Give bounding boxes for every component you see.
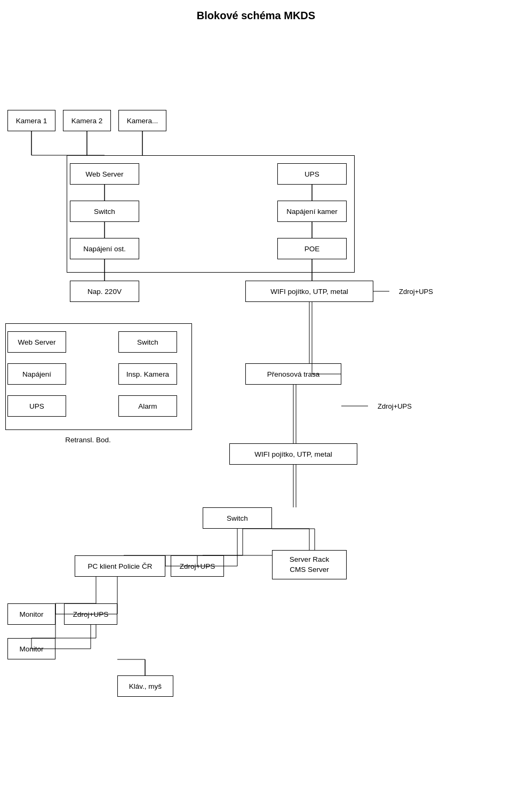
wifiutp2-box: WIFI pojítko, UTP, metal xyxy=(229,443,357,465)
wifiutp1-box: WIFI pojítko, UTP, metal xyxy=(245,281,373,302)
alarm-box: Alarm xyxy=(118,395,177,417)
retranslbod-label: Retransl. Bod. xyxy=(53,432,123,448)
switch3-box: Switch xyxy=(203,507,272,529)
monitor2-box: Monitor xyxy=(7,638,55,659)
ups2-box: UPS xyxy=(7,395,66,417)
webserver1-box: Web Server xyxy=(70,163,139,185)
kamera3-box: Kamera... xyxy=(118,110,166,131)
nap220-box: Nap. 220V xyxy=(70,281,139,302)
napajeni-box: Napájení xyxy=(7,363,66,385)
serverrack-box: Server Rack CMS Server xyxy=(272,550,347,579)
zdrojups2-label: Zdroj+UPS xyxy=(368,397,421,415)
klavmys-box: Kláv., myš xyxy=(117,675,173,697)
pcklient-box: PC klient Policie ČR xyxy=(75,555,165,577)
zdrojups1-label: Zdroj+UPS xyxy=(389,282,443,300)
monitor1-box: Monitor xyxy=(7,603,55,625)
napost-box: Napájení ost. xyxy=(70,238,139,259)
switch1-box: Switch xyxy=(70,201,139,222)
kamera2-box: Kamera 2 xyxy=(63,110,111,131)
kamera1-box: Kamera 1 xyxy=(7,110,55,131)
zdrojups4-box: Zdroj+UPS xyxy=(64,603,117,625)
prenosovatrasa-box: Přenosová trasa xyxy=(245,363,341,385)
ups1-box: UPS xyxy=(277,163,347,185)
switch2-box: Switch xyxy=(118,331,177,353)
zdrojups3-box: Zdroj+UPS xyxy=(171,555,224,577)
webserver2-box: Web Server xyxy=(7,331,66,353)
poe-box: POE xyxy=(277,238,347,259)
inspkamera-box: Insp. Kamera xyxy=(118,363,177,385)
page-title: Blokové schéma MKDS xyxy=(0,0,512,27)
napkamer-box: Napájení kamer xyxy=(277,201,347,222)
